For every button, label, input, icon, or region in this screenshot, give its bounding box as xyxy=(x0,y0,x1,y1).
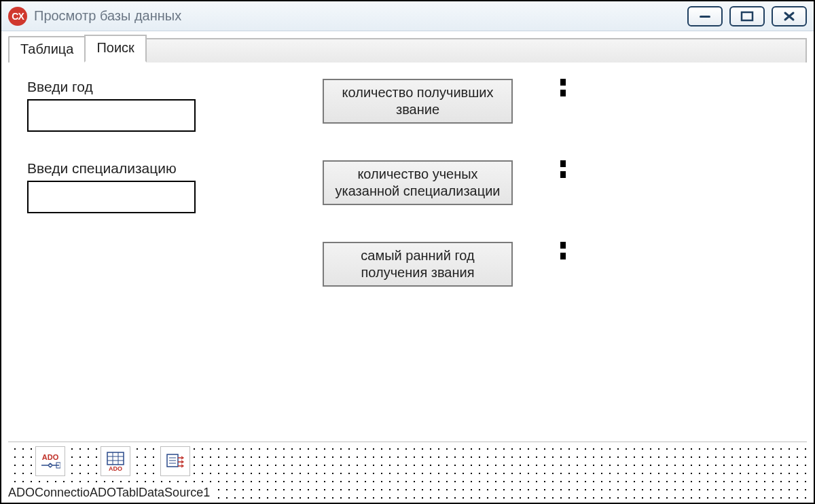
datasource-icon xyxy=(160,446,190,476)
label-adotable: ADOTabl xyxy=(90,486,139,499)
label-adoconnection: ADOConnectio xyxy=(8,486,90,499)
svg-rect-1 xyxy=(742,12,753,20)
result-placeholder-2 xyxy=(560,160,567,178)
tray-labels: ADOConnectioADOTablDataSource1 xyxy=(8,486,214,500)
window-title: Просмотр базы данных xyxy=(34,8,181,24)
close-button[interactable] xyxy=(772,6,807,26)
close-icon xyxy=(782,11,796,22)
titlebar: CX Просмотр базы данных xyxy=(1,1,814,31)
tabstrip-filler xyxy=(145,38,807,62)
window-controls xyxy=(687,6,807,26)
component-adotable[interactable]: ADO xyxy=(101,446,130,476)
input-specialization[interactable] xyxy=(27,181,196,213)
result-placeholder-1 xyxy=(560,79,567,96)
label-year: Введи год xyxy=(27,79,306,95)
window-root: CX Просмотр базы данных Таблица Поиск xyxy=(1,1,814,503)
adoconnection-icon: ADO xyxy=(35,446,65,476)
component-datasource[interactable] xyxy=(160,446,190,476)
row-earliest-year: самый ранний год получения звания xyxy=(27,242,788,287)
input-year[interactable] xyxy=(27,99,196,132)
app-icon: CX xyxy=(8,7,27,26)
tab-page-search: Введи год количество получивших звание В… xyxy=(8,62,807,442)
adotable-icon: ADO xyxy=(101,446,130,476)
tab-bar: Таблица Поиск xyxy=(8,35,807,62)
tab-search[interactable]: Поиск xyxy=(84,35,146,62)
client-area: Таблица Поиск Введи год количество получ… xyxy=(1,31,814,503)
designer-tray: ADO ADO ADOConnectioADOTabl xyxy=(8,442,807,503)
button-earliest-year[interactable]: самый ранний год получения звания xyxy=(323,242,513,287)
row-specialization: Введи специализацию количество ученых ук… xyxy=(27,160,788,213)
result-placeholder-3 xyxy=(560,242,567,259)
minimize-icon xyxy=(698,12,712,20)
component-adoconnection[interactable]: ADO xyxy=(35,446,65,476)
button-count-scientists[interactable]: количество ученых указанной специализаци… xyxy=(323,160,513,205)
minimize-button[interactable] xyxy=(687,6,723,26)
label-specialization: Введи специализацию xyxy=(27,160,306,177)
label-datasource: DataSource1 xyxy=(139,486,210,499)
tab-table[interactable]: Таблица xyxy=(8,36,86,62)
svg-rect-0 xyxy=(700,16,710,18)
row-year: Введи год количество получивших звание xyxy=(27,79,788,132)
maximize-button[interactable] xyxy=(729,6,765,26)
svg-rect-3 xyxy=(107,452,124,465)
maximize-icon xyxy=(740,11,754,22)
button-count-awarded[interactable]: количество получивших звание xyxy=(323,79,513,124)
